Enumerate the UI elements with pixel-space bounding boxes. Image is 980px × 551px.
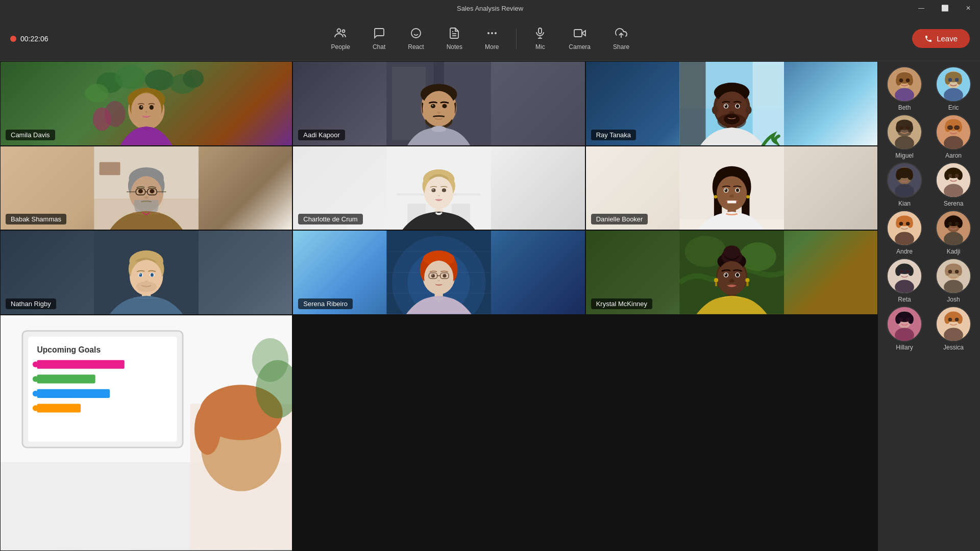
svg-point-126 bbox=[151, 273, 154, 277]
share-button[interactable]: Share bbox=[604, 24, 639, 54]
sidebar-row-2: Miguel bbox=[883, 114, 975, 159]
chat-button[interactable]: Chat bbox=[363, 24, 395, 54]
participant-reta[interactable]: Reta bbox=[883, 258, 926, 303]
svg-point-110 bbox=[725, 189, 726, 190]
svg-point-128 bbox=[136, 282, 157, 292]
participant-name-babak: Babak Shammas bbox=[6, 214, 66, 224]
svg-point-288 bbox=[955, 318, 959, 322]
svg-point-148 bbox=[438, 300, 440, 302]
timer-display: 00:22:06 bbox=[20, 35, 48, 43]
share-icon bbox=[615, 27, 627, 41]
mic-button[interactable]: Mic bbox=[525, 24, 555, 54]
svg-point-201 bbox=[948, 78, 952, 82]
svg-point-164 bbox=[729, 279, 734, 283]
participant-kadji[interactable]: Kadji bbox=[932, 210, 975, 255]
mic-icon bbox=[534, 27, 546, 41]
close-button[interactable]: ✕ bbox=[957, 0, 980, 16]
svg-point-158 bbox=[717, 261, 746, 295]
leave-button[interactable]: Leave bbox=[912, 29, 970, 48]
svg-point-45 bbox=[432, 126, 447, 132]
more-button[interactable]: More bbox=[476, 24, 508, 54]
svg-point-157 bbox=[723, 245, 740, 259]
svg-point-141 bbox=[424, 261, 453, 294]
react-icon bbox=[410, 27, 422, 41]
avatar-reta bbox=[887, 258, 922, 294]
svg-point-279 bbox=[899, 318, 903, 322]
video-tile-danielle[interactable]: Danielle Booker bbox=[585, 146, 878, 231]
participant-serena[interactable]: Serena bbox=[932, 162, 975, 207]
svg-point-127 bbox=[139, 273, 141, 275]
recording-timer: 00:22:06 bbox=[10, 35, 48, 43]
video-tile-ray[interactable]: Ray Tanaka bbox=[585, 61, 878, 146]
svg-point-58 bbox=[736, 104, 739, 108]
participant-hillary[interactable]: Hillary bbox=[883, 306, 926, 351]
participant-kian[interactable]: Kian bbox=[883, 162, 926, 207]
participant-name-eric: Eric bbox=[948, 104, 959, 111]
video-tile-babak[interactable]: Babak Shammas bbox=[0, 146, 292, 231]
recording-indicator bbox=[10, 36, 16, 42]
toolbar-center: People Chat React No bbox=[48, 24, 913, 54]
svg-point-31 bbox=[141, 106, 142, 107]
svg-point-180 bbox=[33, 391, 38, 396]
video-tile-share-screen[interactable]: Upcoming Goals bbox=[0, 315, 292, 551]
svg-point-0 bbox=[337, 29, 341, 32]
window-title: Sales Analysis Review bbox=[457, 5, 523, 12]
video-tile-aadi[interactable]: Aadi Kapoor bbox=[292, 61, 585, 146]
chat-icon bbox=[373, 27, 385, 41]
notes-button[interactable]: Notes bbox=[437, 24, 472, 54]
mic-label: Mic bbox=[535, 43, 545, 51]
svg-point-56 bbox=[724, 104, 727, 108]
svg-rect-14 bbox=[574, 30, 582, 37]
react-label: React bbox=[408, 43, 424, 51]
participant-andre[interactable]: Andre bbox=[883, 210, 926, 255]
participant-name-kadji: Kadji bbox=[947, 248, 961, 255]
svg-rect-112 bbox=[727, 201, 736, 203]
svg-point-179 bbox=[33, 376, 38, 382]
participant-beth[interactable]: Beth bbox=[883, 66, 926, 111]
svg-point-145 bbox=[431, 274, 435, 278]
participant-name-aadi: Aadi Kapoor bbox=[298, 130, 345, 140]
svg-point-41 bbox=[431, 104, 435, 108]
svg-point-280 bbox=[906, 318, 910, 322]
svg-point-90 bbox=[425, 177, 453, 209]
people-icon bbox=[334, 27, 347, 41]
video-tile-nathan[interactable]: Nathan Rigby bbox=[0, 230, 292, 315]
svg-point-43 bbox=[432, 105, 433, 106]
svg-text:Upcoming Goals: Upcoming Goals bbox=[37, 345, 101, 354]
svg-rect-10 bbox=[538, 28, 542, 34]
participant-eric[interactable]: Eric bbox=[932, 66, 975, 111]
svg-point-178 bbox=[33, 361, 38, 367]
share-label: Share bbox=[613, 43, 629, 51]
video-tile-camila[interactable]: Camila Davis bbox=[0, 61, 292, 146]
svg-point-147 bbox=[432, 274, 433, 276]
minimize-button[interactable]: — bbox=[910, 0, 933, 16]
participant-miguel[interactable]: Miguel bbox=[883, 114, 926, 159]
toolbar: 00:22:06 People Chat bbox=[0, 16, 980, 61]
react-button[interactable]: React bbox=[399, 24, 433, 54]
main-content: Camila Davis bbox=[0, 61, 980, 551]
svg-point-194 bbox=[906, 79, 910, 83]
svg-point-193 bbox=[899, 79, 903, 83]
participant-name-nathan: Nathan Rigby bbox=[6, 298, 56, 309]
participant-jessica[interactable]: Jessica bbox=[932, 306, 975, 351]
participant-aaron[interactable]: Aaron bbox=[932, 114, 975, 159]
avatar-kian bbox=[887, 162, 922, 198]
svg-point-245 bbox=[906, 222, 910, 226]
svg-point-146 bbox=[443, 274, 447, 278]
video-tile-serena-r[interactable]: Serena Ribeiro bbox=[292, 230, 585, 315]
maximize-button[interactable]: ⬜ bbox=[933, 0, 957, 16]
participant-name-andre: Andre bbox=[896, 248, 913, 255]
svg-point-162 bbox=[736, 273, 739, 277]
video-tile-charlotte[interactable]: Charlotte de Crum bbox=[292, 146, 585, 231]
svg-rect-34 bbox=[392, 67, 426, 140]
video-tile-krystal[interactable]: Krystal McKinney bbox=[585, 230, 878, 315]
camera-button[interactable]: Camera bbox=[559, 24, 600, 54]
sidebar-row-3: Kian Serena bbox=[883, 162, 975, 207]
svg-point-209 bbox=[898, 129, 911, 136]
video-grid: Camila Davis bbox=[0, 61, 878, 551]
camera-icon bbox=[574, 27, 586, 41]
svg-point-202 bbox=[955, 78, 959, 82]
people-button[interactable]: People bbox=[322, 24, 359, 54]
avatar-andre bbox=[887, 210, 922, 246]
participant-josh[interactable]: Josh bbox=[932, 258, 975, 303]
